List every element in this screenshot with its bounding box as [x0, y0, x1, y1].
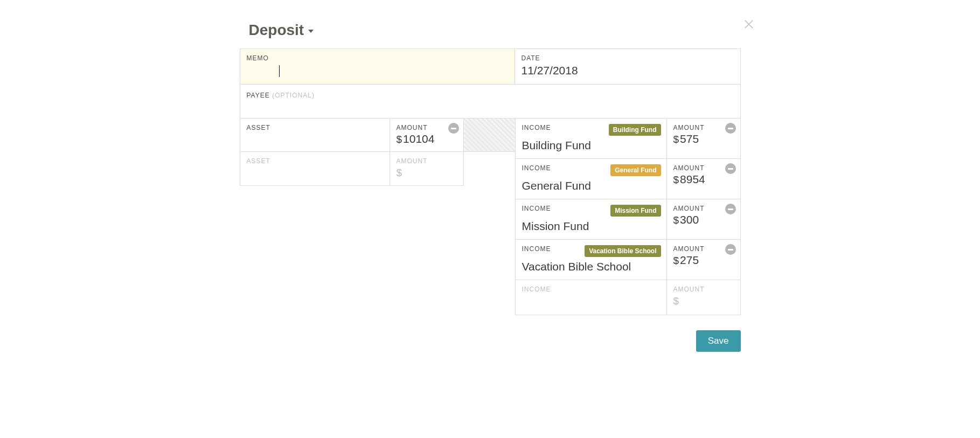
- amount-label: AMOUNT: [397, 124, 457, 131]
- remove-income-button[interactable]: [725, 244, 736, 255]
- assets-column: ASSET AMOUNT $10104 ASSET AMOUNT $: [240, 119, 464, 186]
- close-icon: [743, 18, 755, 30]
- amount-label: AMOUNT: [673, 164, 734, 172]
- asset-label-placeholder: ASSET: [247, 157, 383, 165]
- payee-field[interactable]: PAYEE (OPTIONAL): [240, 85, 740, 118]
- date-label: DATE: [522, 54, 734, 62]
- income-amount-field[interactable]: AMOUNT $8954: [667, 159, 740, 199]
- fund-tag: Vacation Bible School: [585, 245, 661, 257]
- amount-label-placeholder: AMOUNT: [397, 157, 457, 165]
- amount-label-placeholder: AMOUNT: [673, 286, 734, 293]
- currency-symbol-placeholder: $: [397, 167, 402, 178]
- income-category-value: Mission Fund: [522, 220, 660, 233]
- asset-amount-value: 10104: [403, 133, 434, 145]
- income-field[interactable]: INCOME General Fund General Fund: [516, 159, 667, 199]
- income-amount-value: 275: [680, 254, 699, 266]
- currency-symbol: $: [397, 134, 402, 145]
- close-button[interactable]: [741, 16, 757, 32]
- income-label-placeholder: INCOME: [522, 286, 660, 293]
- amount-label: AMOUNT: [673, 205, 734, 212]
- income-amount-value: 8954: [680, 173, 705, 185]
- remove-income-button[interactable]: [725, 163, 736, 174]
- remove-income-button[interactable]: [725, 204, 736, 214]
- payee-label: PAYEE: [247, 92, 270, 99]
- income-category-value: Vacation Bible School: [522, 260, 660, 273]
- income-field[interactable]: INCOME Building Fund Building Fund: [516, 119, 667, 158]
- income-amount-field[interactable]: AMOUNT $275: [667, 240, 740, 280]
- text-cursor-icon: [279, 65, 280, 77]
- income-amount-field-empty[interactable]: AMOUNT $: [667, 280, 740, 315]
- asset-amount-field-empty[interactable]: AMOUNT $: [390, 152, 463, 185]
- date-value: 11/27/2018: [522, 63, 734, 78]
- balance-spacer: [464, 119, 515, 152]
- income-category-value: General Fund: [522, 179, 660, 192]
- income-field[interactable]: INCOME Mission Fund Mission Fund: [516, 199, 667, 239]
- amount-label: AMOUNT: [673, 124, 734, 131]
- asset-amount-field[interactable]: AMOUNT $10104: [390, 119, 463, 151]
- asset-field[interactable]: ASSET: [240, 119, 390, 151]
- save-button[interactable]: Save: [696, 330, 741, 352]
- income-amount-value: 575: [680, 133, 699, 145]
- amount-label: AMOUNT: [673, 245, 734, 253]
- payee-optional-label: (OPTIONAL): [272, 92, 315, 99]
- income-category-value: Building Fund: [522, 139, 660, 152]
- remove-asset-button[interactable]: [448, 123, 459, 134]
- asset-label: ASSET: [247, 124, 383, 131]
- income-amount-value: 300: [680, 213, 699, 226]
- asset-field-empty[interactable]: ASSET: [240, 152, 390, 185]
- income-amount-field[interactable]: AMOUNT $300: [667, 199, 740, 239]
- fund-tag: Building Fund: [609, 124, 661, 136]
- transaction-type-dropdown[interactable]: Deposit: [240, 22, 314, 39]
- income-field[interactable]: INCOME Vacation Bible School Vacation Bi…: [516, 240, 667, 280]
- date-field[interactable]: DATE 11/27/2018: [515, 49, 740, 84]
- memo-field[interactable]: MEMO: [240, 49, 515, 84]
- incomes-column: INCOME Building Fund Building Fund AMOUN…: [515, 119, 741, 315]
- fund-tag: General Fund: [610, 164, 661, 176]
- page-title: Deposit: [249, 22, 304, 39]
- memo-label: MEMO: [247, 54, 508, 62]
- caret-down-icon: [308, 30, 314, 33]
- income-amount-field[interactable]: AMOUNT $575: [667, 119, 740, 158]
- income-field-empty[interactable]: INCOME: [516, 280, 667, 315]
- remove-income-button[interactable]: [725, 123, 736, 134]
- fund-tag: Mission Fund: [610, 205, 661, 217]
